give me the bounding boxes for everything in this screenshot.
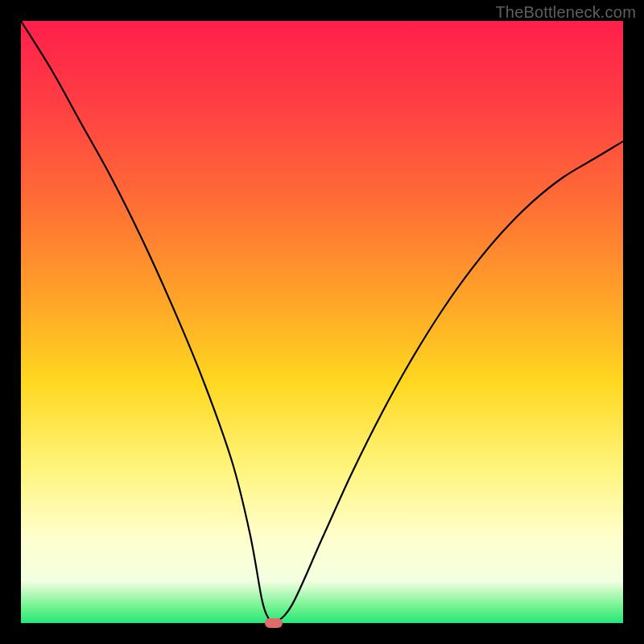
optimum-marker bbox=[265, 618, 283, 628]
curve-path bbox=[21, 21, 623, 624]
bottleneck-curve bbox=[21, 21, 623, 623]
plot-area bbox=[21, 21, 623, 623]
chart-frame: TheBottleneck.com bbox=[0, 0, 644, 644]
watermark-text: TheBottleneck.com bbox=[495, 3, 636, 22]
